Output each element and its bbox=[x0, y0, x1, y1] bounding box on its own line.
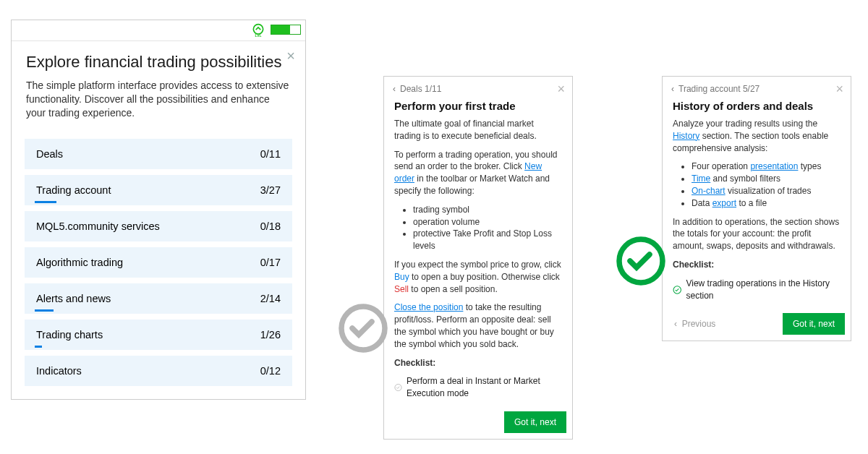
card-bullets: Four operation presentation types Time a… bbox=[692, 160, 841, 209]
card-title: History of orders and deals bbox=[663, 100, 851, 112]
buy-label: Buy bbox=[394, 272, 409, 282]
card-text: If you expect the symbol price to grow, … bbox=[394, 259, 562, 295]
close-icon[interactable]: × bbox=[557, 82, 565, 95]
category-count: 0/17 bbox=[260, 257, 281, 268]
category-alerts-news[interactable]: Alerts and news 2/14 bbox=[25, 283, 292, 314]
category-label: Algorithmic trading bbox=[36, 257, 123, 268]
category-trading-account[interactable]: Trading account 3/27 bbox=[25, 175, 292, 205]
checklist-label: Checklist: bbox=[673, 259, 841, 271]
tip-card-history: ‹ Trading account 5/27 × History of orde… bbox=[662, 76, 851, 341]
category-count: 0/12 bbox=[260, 365, 281, 377]
category-label: Alerts and news bbox=[36, 293, 111, 304]
breadcrumb: Deals 1/11 bbox=[400, 84, 441, 94]
close-icon[interactable]: × bbox=[286, 48, 295, 63]
svg-text:LVL: LVL bbox=[255, 33, 261, 38]
category-count: 1/26 bbox=[260, 329, 281, 340]
category-label: Deals bbox=[36, 148, 63, 160]
got-it-next-button[interactable]: Got it, next bbox=[504, 411, 566, 433]
on-chart-link[interactable]: On-chart bbox=[692, 186, 726, 196]
history-link[interactable]: History bbox=[673, 131, 699, 141]
checkmark-badge-icon bbox=[615, 235, 667, 287]
category-mql5[interactable]: MQL5.community services 0/18 bbox=[25, 211, 292, 241]
card-text: To perform a trading operation, you shou… bbox=[394, 149, 562, 197]
checkmark-badge-icon bbox=[337, 302, 389, 354]
chevron-left-icon[interactable]: ‹ bbox=[671, 84, 674, 94]
checklist-item: Perform a deal in Instant or Market Exec… bbox=[394, 375, 562, 400]
panel-description: The simple platform interface provides a… bbox=[26, 79, 291, 120]
card-text: Analyze your trading results using the H… bbox=[673, 118, 841, 154]
time-link[interactable]: Time bbox=[692, 174, 710, 184]
category-indicators[interactable]: Indicators 0/12 bbox=[25, 356, 292, 386]
svg-point-0 bbox=[253, 25, 263, 34]
category-trading-charts[interactable]: Trading charts 1/26 bbox=[25, 320, 292, 350]
category-deals[interactable]: Deals 0/11 bbox=[25, 139, 292, 169]
category-list: Deals 0/11 Trading account 3/27 MQL5.com… bbox=[12, 139, 305, 399]
export-link[interactable]: export bbox=[712, 198, 736, 208]
card-title: Perform your first trade bbox=[384, 100, 572, 112]
explore-panel: LVL × Explore financial trading possibil… bbox=[11, 20, 306, 400]
previous-button[interactable]: ‹ Previous bbox=[668, 314, 721, 333]
tip-card-deals: ‹ Deals 1/11 × Perform your first trade … bbox=[383, 76, 573, 440]
card-text: Close the position to take the resulting… bbox=[394, 301, 562, 350]
close-position-link[interactable]: Close the position bbox=[394, 302, 463, 312]
breadcrumb: Trading account 5/27 bbox=[678, 84, 760, 94]
category-count: 0/11 bbox=[260, 148, 281, 160]
card-bullets: trading symbol operation volume protecti… bbox=[413, 204, 562, 252]
checklist-item: View trading operations in the History s… bbox=[673, 278, 841, 302]
close-icon[interactable]: × bbox=[835, 82, 843, 95]
category-count: 0/18 bbox=[260, 220, 281, 232]
presentation-link[interactable]: presentation bbox=[750, 161, 798, 171]
category-algorithmic-trading[interactable]: Algorithmic trading 0/17 bbox=[25, 247, 292, 278]
category-label: Trading account bbox=[36, 184, 111, 196]
got-it-next-button[interactable]: Got it, next bbox=[783, 313, 845, 335]
level-up-icon: LVL bbox=[251, 23, 265, 38]
category-label: Trading charts bbox=[36, 329, 103, 340]
category-label: Indicators bbox=[36, 365, 82, 377]
progress-battery-icon bbox=[271, 25, 301, 35]
chevron-left-icon[interactable]: ‹ bbox=[393, 84, 396, 94]
card-text: The ultimate goal of financial market tr… bbox=[394, 118, 562, 142]
card-text: In addition to operations, the section s… bbox=[673, 216, 841, 252]
category-label: MQL5.community services bbox=[36, 220, 160, 232]
category-count: 2/14 bbox=[260, 293, 281, 304]
check-circle-icon bbox=[394, 382, 402, 393]
sell-label: Sell bbox=[394, 284, 409, 294]
category-count: 3/27 bbox=[260, 184, 281, 196]
panel-title: Explore financial trading possibilities bbox=[26, 53, 291, 72]
check-circle-icon bbox=[673, 285, 681, 295]
checklist-label: Checklist: bbox=[394, 357, 562, 369]
